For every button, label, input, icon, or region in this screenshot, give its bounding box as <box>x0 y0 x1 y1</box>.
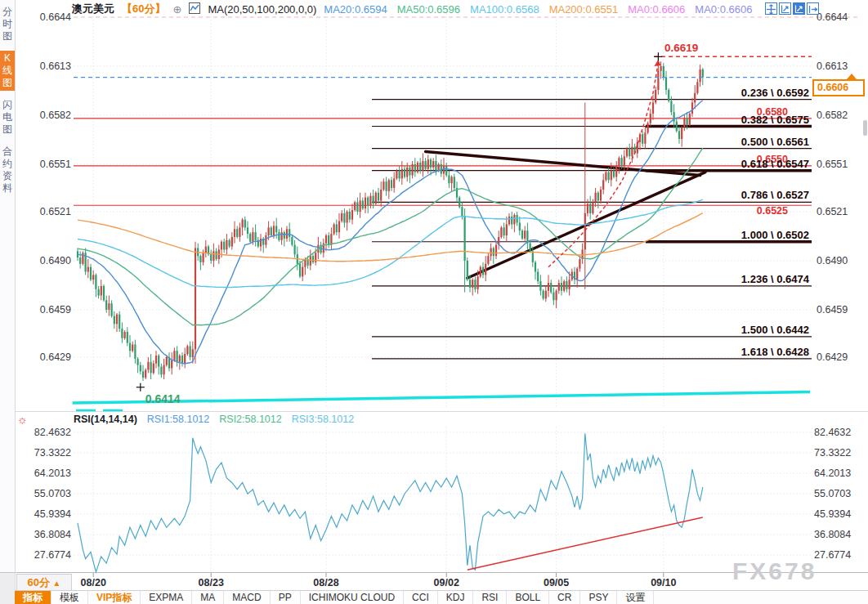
ma-value-2: MA100:0.6568 <box>470 3 539 16</box>
svg-text:0.6414: 0.6414 <box>145 392 181 405</box>
svg-text:1.000 \ 0.6502: 1.000 \ 0.6502 <box>741 229 809 241</box>
rsi-value-0: RSI1:58.1012 <box>147 414 209 425</box>
svg-text:0.6521: 0.6521 <box>817 206 848 217</box>
toolbar-item-10[interactable]: RSI <box>473 591 507 604</box>
svg-text:08/28: 08/28 <box>313 577 338 588</box>
svg-text:0.6490: 0.6490 <box>40 255 71 266</box>
svg-text:08/20: 08/20 <box>81 577 106 588</box>
svg-text:0.618 \ 0.6547: 0.618 \ 0.6547 <box>741 158 809 170</box>
svg-text:1.618 \ 0.6428: 1.618 \ 0.6428 <box>741 346 809 358</box>
svg-text:0.6429: 0.6429 <box>40 351 71 363</box>
svg-text:09/10: 09/10 <box>651 577 676 588</box>
svg-text:0.6644: 0.6644 <box>40 11 71 23</box>
svg-text:45.9394: 45.9394 <box>814 508 851 520</box>
sidebar-item-1[interactable]: K线图 <box>0 51 15 91</box>
rsi-value-2: RSI3:58.1012 <box>292 414 354 425</box>
moving-average-lines <box>78 101 703 364</box>
ma-value-0: MA20:0.6594 <box>324 3 387 16</box>
ma-value-5: MA0:0.6606 <box>695 3 752 16</box>
toolbar-item-7[interactable]: ICHIMOKU CLOUD <box>301 591 404 604</box>
svg-text:09/05: 09/05 <box>544 577 569 588</box>
toolbar-item-8[interactable]: CCI <box>404 591 438 604</box>
svg-text:64.2013: 64.2013 <box>34 468 71 479</box>
sidebar-item-2[interactable]: 闪电图 <box>0 97 15 137</box>
ma-settings-label[interactable]: MA(20,50,100,200,0,0) <box>208 3 316 16</box>
right-scrollbar-thumb[interactable] <box>863 120 867 136</box>
svg-text:36.8084: 36.8084 <box>814 529 851 540</box>
toolbar-item-2[interactable]: VIP指标 <box>88 591 141 604</box>
svg-text:73.3322: 73.3322 <box>814 447 851 459</box>
svg-text:0.6525: 0.6525 <box>757 205 788 217</box>
scale-vertical-icon[interactable] <box>779 2 791 15</box>
rsi-line <box>78 433 703 572</box>
main-grid-and-axis: 0.66440.66440.66130.66130.65820.65820.65… <box>15 10 868 588</box>
toolbar-item-0[interactable]: 指标 <box>15 591 51 604</box>
svg-text:45.9394: 45.9394 <box>34 508 71 520</box>
toolbar-item-14[interactable]: 设置 <box>617 591 654 604</box>
svg-text:1.500 \ 0.6442: 1.500 \ 0.6442 <box>741 324 809 336</box>
svg-text:0.6613: 0.6613 <box>40 60 71 72</box>
ma-value-3: MA200:0.6551 <box>549 3 619 16</box>
sidebar-item-3[interactable]: 合约资料 <box>0 144 15 196</box>
svg-text:0.6490: 0.6490 <box>817 255 848 266</box>
toolbar-item-13[interactable]: PSY <box>580 591 617 604</box>
chart-header: 澳元美元 【60分】 ⊕ MA(20,50,100,200,0,0) MA20:… <box>72 2 752 16</box>
svg-text:73.3322: 73.3322 <box>34 447 71 459</box>
svg-text:0.6459: 0.6459 <box>40 304 71 315</box>
trading-app: { "app": { "watermark": "FX678" }, "side… <box>0 0 868 604</box>
toolbar-item-9[interactable]: KDJ <box>438 591 474 604</box>
footer-corner-block <box>0 572 15 604</box>
period-up-arrow-icon: ▲ <box>53 579 61 588</box>
svg-text:0.236 \ 0.6592: 0.236 \ 0.6592 <box>741 87 809 99</box>
scale-horizontal-icon[interactable] <box>793 2 805 15</box>
svg-text:0.6551: 0.6551 <box>40 159 71 170</box>
toolbar-item-6[interactable]: PP <box>271 591 301 604</box>
svg-text:36.8084: 36.8084 <box>34 529 71 540</box>
toolbar-item-11[interactable]: BOLL <box>507 591 549 604</box>
move-crosshair-icon[interactable] <box>765 2 777 15</box>
svg-text:0.6582: 0.6582 <box>40 110 71 121</box>
candlestick-layer[interactable] <box>77 56 704 381</box>
period-selector-button[interactable]: 60分 ▲ <box>16 574 72 591</box>
ma-value-1: MA50:0.6596 <box>397 3 460 16</box>
pan-right-icon[interactable] <box>807 2 819 15</box>
svg-text:0.6521: 0.6521 <box>40 206 71 217</box>
rsi-values-group: RSI1:58.1012RSI2:58.1012RSI3:58.1012 <box>147 414 354 425</box>
chart-window-icons <box>765 2 819 15</box>
toolbar-item-1[interactable]: 模板 <box>51 591 88 604</box>
rsi-value-1: RSI2:58.1012 <box>219 414 281 425</box>
svg-text:55.0703: 55.0703 <box>34 488 71 499</box>
svg-text:27.6774: 27.6774 <box>814 549 851 561</box>
svg-text:0.6582: 0.6582 <box>817 110 848 121</box>
extreme-markers: 0.6414 <box>136 52 663 405</box>
sidebar-item-0[interactable]: 分时图 <box>0 4 15 44</box>
svg-text:64.2013: 64.2013 <box>814 468 851 479</box>
expand-icon[interactable]: ⊕ <box>172 3 181 16</box>
toolbar-item-12[interactable]: CR <box>549 591 580 604</box>
svg-text:1.236 \ 0.6474: 1.236 \ 0.6474 <box>741 273 810 285</box>
toolbar-item-4[interactable]: MA <box>192 591 224 604</box>
indicator-mini-icon[interactable] <box>189 2 200 16</box>
indicator-toolbar: 指标模板VIP指标EXPMAMAMACDPPICHIMOKU CLOUDCCIK… <box>15 590 868 604</box>
svg-text:0.6459: 0.6459 <box>817 304 848 315</box>
ma-value-4: MA0:0.6606 <box>628 3 685 16</box>
toolbar-item-3[interactable]: EXPMA <box>141 591 192 604</box>
svg-text:55.0703: 55.0703 <box>814 488 851 499</box>
rsi-title[interactable]: RSI(14,14,14) <box>74 414 137 425</box>
kline-chart-canvas[interactable]: 0.66440.66440.66130.66130.65820.65820.65… <box>0 0 868 604</box>
svg-text:08/23: 08/23 <box>199 577 224 588</box>
price-up-arrow-icon <box>847 74 857 79</box>
svg-text:0.6613: 0.6613 <box>817 60 848 72</box>
rsi-header: RSI(14,14,14) RSI1:58.1012RSI2:58.1012RS… <box>74 413 354 425</box>
indicator-settings-icon[interactable]: ☼ <box>17 414 28 425</box>
toolbar-item-5[interactable]: MACD <box>224 591 270 604</box>
svg-text:0.6644: 0.6644 <box>817 11 848 23</box>
svg-text:09/02: 09/02 <box>434 577 459 588</box>
svg-text:0.6551: 0.6551 <box>817 159 848 170</box>
svg-text:82.4632: 82.4632 <box>814 427 851 438</box>
svg-text:27.6774: 27.6774 <box>34 549 71 561</box>
chart-type-sidebar: 分时图K线图闪电图合约资料 <box>0 0 16 604</box>
svg-text:0.786 \ 0.6527: 0.786 \ 0.6527 <box>741 189 809 201</box>
cyan-trend-line <box>73 392 810 404</box>
svg-text:82.4632: 82.4632 <box>34 427 71 438</box>
